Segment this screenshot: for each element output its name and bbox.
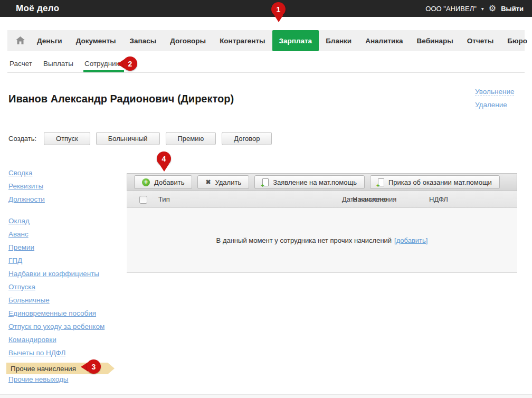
step-badge-1-number: 1 [271, 2, 286, 16]
order-button-label: Приказ об оказании мат.помощи [388, 178, 492, 186]
sidebar-item-2-7[interactable]: Больничные [8, 296, 122, 309]
nav-item-6[interactable]: Зарплата [272, 30, 319, 51]
logout-link[interactable]: Выйти [501, 5, 524, 13]
step-badge-4-number: 4 [157, 151, 171, 166]
create-button-3[interactable]: Премию [166, 132, 216, 145]
nav-item-7[interactable]: Бланки [319, 30, 358, 51]
plus-icon: + [142, 178, 150, 186]
sidebar-item-2-2[interactable]: Аванс [8, 230, 122, 243]
subnav-item-2[interactable]: Выплаты [42, 56, 74, 72]
create-button-2[interactable]: Больничный [96, 132, 160, 145]
main-nav: ДеньгиДокументыЗапасыДоговорыКонтрагенты… [7, 30, 525, 51]
pin-tail-down [274, 15, 283, 22]
step-badge-2: 2 [117, 56, 137, 71]
add-inline-link[interactable]: [добавить] [394, 236, 428, 244]
page-title: Иванов Александр Радионович (Директор) [8, 93, 234, 105]
order-matpomosch-button[interactable]: Приказ об оказании мат.помощи [370, 175, 500, 189]
sidebar-item-2-13[interactable]: Прочие невыходы [8, 375, 122, 388]
create-buttons: ОтпускБольничныйПремиюДоговор [44, 132, 278, 145]
column-accrued: Начислено [353, 195, 387, 203]
nav-item-5[interactable]: Контрагенты [213, 30, 272, 51]
sidebar-item-2-3[interactable]: Премии [8, 243, 122, 257]
nav-item-11[interactable]: Бюро [500, 30, 532, 51]
subnav: РасчетВыплатыСотрудники [8, 56, 124, 72]
application-button-label: Заявление на мат.помощь [273, 178, 357, 186]
nav-item-4[interactable]: Договоры [163, 30, 213, 51]
sidebar-item-2-6[interactable]: Отпуска [8, 283, 122, 296]
toolbar: + Добавить ✖ Удалить Заявление на мат.по… [127, 173, 517, 191]
accruals-panel: + Добавить ✖ Удалить Заявление на мат.по… [127, 173, 517, 273]
step-badge-4: 4 [157, 151, 171, 172]
company-selector[interactable]: ООО "АНИВЕЛ" [425, 5, 476, 13]
footer-strip [0, 394, 532, 398]
sidebar-item-2-4[interactable]: ГПД [8, 257, 122, 270]
dismissal-link[interactable]: Увольнение [475, 88, 514, 96]
nav-item-9[interactable]: Вебинары [410, 30, 460, 51]
sidebar-item-2-10[interactable]: Командировки [8, 336, 122, 349]
delete-button-label: Удалить [215, 178, 242, 186]
nav-item-3[interactable]: Запасы [123, 30, 164, 51]
create-label: Создать: [8, 135, 36, 143]
danger-links: Увольнение Удаление [475, 88, 514, 109]
add-button[interactable]: + Добавить [134, 175, 192, 189]
sidebar-group-1: СводкаРеквизитыДолжности [8, 169, 122, 209]
application-matpomosch-button[interactable]: Заявление на мат.помощь [254, 175, 365, 189]
app-logo[interactable]: Моё дело [16, 3, 59, 14]
sidebar-item-1-2[interactable]: Реквизиты [8, 182, 122, 195]
sidebar-item-active-label: Прочие начисления [11, 365, 76, 373]
deletion-link[interactable]: Удаление [475, 101, 507, 109]
column-ndfl: НДФЛ [429, 195, 448, 203]
table-header: Тип Дата начисления Начислено НДФЛ [127, 191, 517, 208]
step-badge-3-number: 3 [87, 359, 101, 374]
sidebar: СводкаРеквизитыДолжностиОкладАвансПремии… [8, 169, 122, 397]
empty-state-text: В данный момент у сотрудника нет прочих … [216, 236, 392, 244]
table-empty-state: В данный момент у сотрудника нет прочих … [127, 208, 517, 273]
document-add-icon [378, 178, 384, 186]
delete-icon: ✖ [205, 178, 211, 186]
gear-icon[interactable]: ⚙ [489, 4, 496, 13]
nav-item-1[interactable]: Деньги [30, 30, 69, 51]
nav-item-10[interactable]: Отчеты [460, 30, 500, 51]
home-icon[interactable] [16, 36, 25, 45]
sidebar-item-2-8[interactable]: Единовременные пособия [8, 309, 122, 323]
subnav-divider [7, 72, 525, 73]
subnav-item-1[interactable]: Расчет [8, 56, 33, 72]
nav-item-2[interactable]: Документы [69, 30, 123, 51]
document-add-icon [262, 178, 269, 186]
nav-item-8[interactable]: Аналитика [358, 30, 410, 51]
column-type: Тип [158, 195, 170, 203]
create-row: Создать: ОтпускБольничныйПремиюДоговор [8, 132, 278, 145]
create-button-1[interactable]: Отпуск [44, 132, 90, 145]
step-badge-2-number: 2 [123, 56, 137, 71]
sidebar-item-2-9[interactable]: Отпуск по уходу за ребенком [8, 323, 122, 336]
sidebar-item-2-1[interactable]: Оклад [8, 217, 122, 230]
pin-tail-down [159, 164, 169, 172]
step-badge-1: 1 [271, 2, 286, 22]
topbar-right: ООО "АНИВЕЛ" ▾ ⚙ Выйти [425, 4, 524, 13]
step-badge-3: 3 [81, 359, 101, 374]
main-nav-items: ДеньгиДокументыЗапасыДоговорыКонтрагенты… [30, 30, 532, 51]
add-button-label: Добавить [154, 178, 184, 186]
topbar: Моё дело ООО "АНИВЕЛ" ▾ ⚙ Выйти [0, 0, 532, 17]
create-button-4[interactable]: Договор [222, 132, 272, 145]
sidebar-item-2-11[interactable]: Вычеты по НДФЛ [8, 349, 122, 362]
select-all-checkbox[interactable] [139, 196, 147, 204]
sidebar-group-2: ОкладАвансПремииГПДНадбавки и коэффициен… [8, 217, 122, 388]
chevron-down-icon[interactable]: ▾ [481, 6, 484, 12]
sidebar-item-1-1[interactable]: Сводка [8, 169, 122, 182]
sidebar-item-2-5[interactable]: Надбавки и коэффициенты [8, 270, 122, 283]
sidebar-item-1-3[interactable]: Должности [8, 195, 122, 209]
delete-button[interactable]: ✖ Удалить [197, 175, 249, 189]
